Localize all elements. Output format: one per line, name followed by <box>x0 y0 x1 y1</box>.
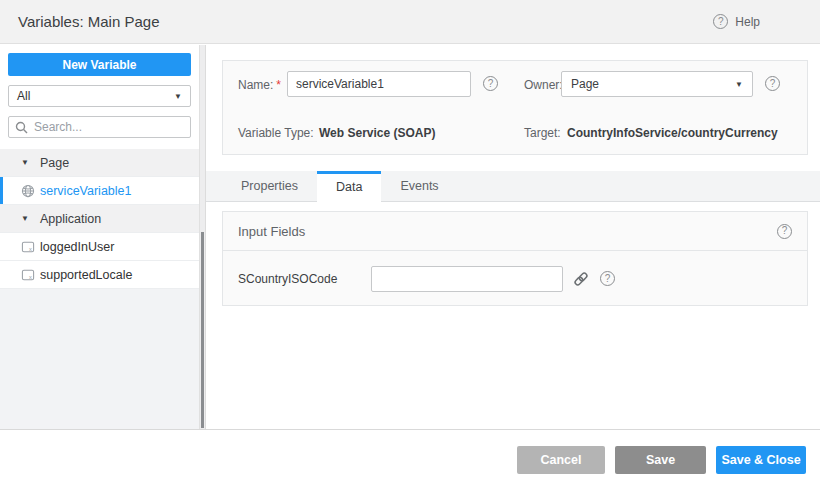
tab-events[interactable]: Events <box>381 171 457 202</box>
owner-help-icon[interactable]: ? <box>765 76 780 91</box>
search-input[interactable] <box>34 120 184 134</box>
save-button[interactable]: Save <box>615 446 706 474</box>
required-mark: * <box>276 78 281 92</box>
svg-text:x: x <box>29 245 32 251</box>
input-fields-help-icon[interactable]: ? <box>777 224 792 239</box>
expander-icon[interactable]: ▼ <box>21 158 40 167</box>
tab-properties[interactable]: Properties <box>222 171 317 202</box>
tab-data[interactable]: Data <box>317 171 381 202</box>
scountryisocode-input[interactable] <box>371 266 563 292</box>
owner-select[interactable]: Page ▼ <box>561 71 753 97</box>
caret-down-icon: ▼ <box>735 80 743 89</box>
variable-type-value: Web Service (SOAP) <box>319 126 435 140</box>
new-variable-button[interactable]: New Variable <box>8 53 191 76</box>
variable-icon: x <box>21 268 40 282</box>
target-value: CountryInfoService/countryCurrency <box>567 126 778 140</box>
variable-detail-panel: Name:* ? Owner:* Page ▼ ? Variable Type:… <box>206 45 820 429</box>
variable-summary-card: Name:* ? Owner:* Page ▼ ? Variable Type:… <box>222 60 808 155</box>
expander-icon[interactable]: ▼ <box>21 214 40 223</box>
tree-item-label: supportedLocale <box>40 268 132 282</box>
help-label: Help <box>735 15 760 29</box>
input-field-row: SCountryISOCode ? <box>223 251 807 306</box>
variables-sidebar: New Variable All ▼ ▼ Page <box>0 45 199 429</box>
input-fields-title: Input Fields <box>238 224 305 239</box>
cancel-button[interactable]: Cancel <box>517 446 605 474</box>
tree-group-application[interactable]: ▼ Application <box>0 205 199 233</box>
tree-group-page[interactable]: ▼ Page <box>0 149 199 177</box>
tree-group-label: Page <box>40 156 69 170</box>
help-link[interactable]: ? Help <box>713 14 760 29</box>
target-label: Target: <box>524 126 561 140</box>
owner-value: Page <box>571 77 599 91</box>
sidebar-scrollbar[interactable] <box>199 45 206 429</box>
field-help-icon[interactable]: ? <box>600 271 615 286</box>
save-and-close-button[interactable]: Save & Close <box>716 446 806 474</box>
svg-text:x: x <box>29 273 32 279</box>
search-box[interactable] <box>8 116 191 138</box>
variables-dialog: Variables: Main Page ? Help New Variable… <box>0 0 820 489</box>
page-title: Variables: Main Page <box>18 13 159 30</box>
bind-field-button[interactable] <box>573 271 589 287</box>
sidebar-empty-area <box>0 289 199 429</box>
sidebar-controls: New Variable All ▼ <box>0 45 199 149</box>
field-label: SCountryISOCode <box>238 272 371 286</box>
tree-item-servicevariable1[interactable]: serviceVariable1 <box>0 177 199 205</box>
variable-icon: x <box>21 240 40 254</box>
detail-tabbar: Properties Data Events <box>206 171 820 202</box>
help-icon: ? <box>713 14 728 29</box>
name-input[interactable] <box>287 71 471 97</box>
tree-item-supportedlocale[interactable]: x supportedLocale <box>0 261 199 289</box>
name-label: Name:* <box>238 78 281 92</box>
tree-item-label: serviceVariable1 <box>40 184 131 198</box>
name-help-icon[interactable]: ? <box>483 76 498 91</box>
dialog-footer: Cancel Save Save & Close <box>0 431 820 489</box>
input-fields-card: Input Fields ? SCountryISOCode <box>222 211 808 306</box>
scrollbar-thumb[interactable] <box>201 232 204 428</box>
variable-type-label: Variable Type: <box>238 126 314 140</box>
tree-item-loggedinuser[interactable]: x loggedInUser <box>0 233 199 261</box>
caret-down-icon: ▼ <box>174 92 182 101</box>
web-service-variable-icon <box>21 184 40 198</box>
dialog-body: New Variable All ▼ ▼ Page <box>0 45 820 430</box>
tree-item-label: loggedInUser <box>40 240 114 254</box>
link-icon <box>573 271 589 287</box>
title-bar: Variables: Main Page ? Help <box>0 0 820 44</box>
variables-tree: ▼ Page serviceVariable1 <box>0 149 199 289</box>
search-icon <box>15 121 28 134</box>
variable-filter-dropdown[interactable]: All ▼ <box>8 85 191 107</box>
input-fields-header: Input Fields ? <box>223 212 807 251</box>
variable-filter-value: All <box>17 89 30 103</box>
tree-group-label: Application <box>40 212 101 226</box>
